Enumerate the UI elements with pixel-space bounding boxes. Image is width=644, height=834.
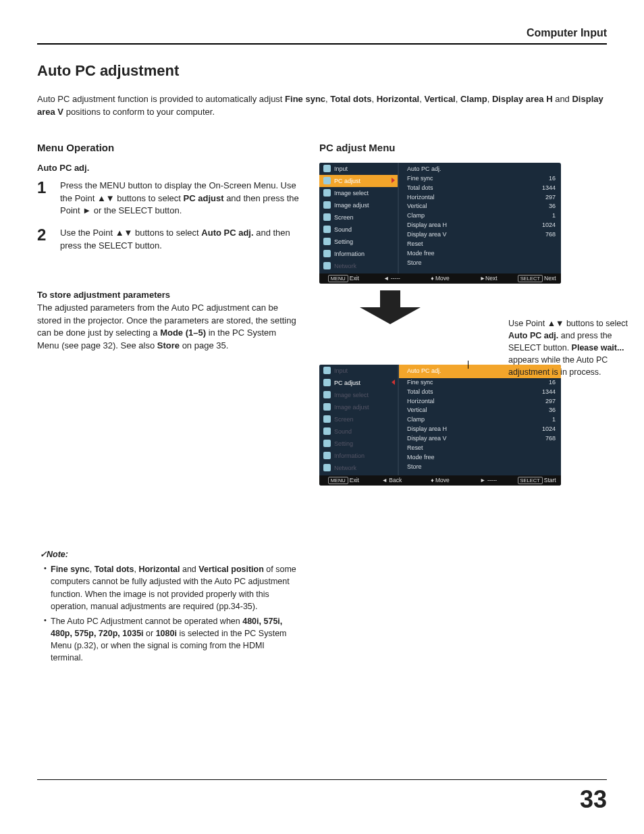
step-2: 2 Use the Point ▲▼ buttons to select Aut…: [37, 227, 299, 253]
osd-side-item: Input: [319, 163, 398, 175]
osd-side-item: Screen: [319, 413, 398, 425]
osd-row-key: Display area H: [407, 425, 447, 434]
osd-row: Mode free: [407, 249, 556, 259]
osd-side-item: Input: [319, 365, 398, 377]
osd-row-value: 297: [545, 397, 556, 407]
osd-row-value: 768: [545, 434, 556, 444]
osd-side-label: Sound: [334, 428, 352, 435]
osd-side-item: Information: [319, 450, 398, 462]
menu-icon: [323, 201, 331, 209]
osd-footer: MENUExit ◄ Back ♦ Move ► ----- SELECTSta…: [319, 475, 561, 486]
osd-side-label: Image adjust: [334, 202, 369, 209]
osd-row-value: 36: [549, 406, 556, 415]
osd-row: Clamp1: [407, 415, 556, 425]
osd-side-item: Network: [319, 260, 398, 272]
osd-side-item: PC adjust: [319, 175, 398, 187]
step-body: Press the MENU button to display the On-…: [60, 180, 299, 218]
osd-row-value: 1: [552, 211, 556, 221]
osd-row-key: Clamp: [407, 415, 425, 425]
osd-row-key: Fine sync: [407, 378, 433, 388]
osd-row-value: 1: [552, 415, 556, 425]
menu-icon: [323, 367, 331, 374]
arrow-down-icon: [360, 290, 421, 324]
menu-icon: [323, 440, 331, 447]
osd-side-label: Setting: [334, 440, 353, 447]
osd-side-item: PC adjust: [319, 377, 398, 389]
menu-icon: [323, 226, 331, 233]
osd-side-label: Setting: [334, 238, 353, 245]
osd-row: Fine sync16: [407, 174, 556, 184]
osd-row: Horizontal297: [407, 193, 556, 203]
pointer-line: [468, 361, 468, 369]
osd-row: Store: [407, 463, 556, 472]
menu-icon: [323, 250, 331, 257]
osd-side-label: PC adjust: [334, 380, 360, 386]
svg-marker-0: [360, 290, 421, 324]
menu-icon: [323, 177, 331, 184]
osd-side-item: Image adjust: [319, 199, 398, 211]
menu-icon: [323, 213, 331, 221]
osd-row-key: Total dots: [407, 184, 433, 193]
osd-menu-2: InputPC adjustImage selectImage adjustSc…: [319, 365, 561, 486]
osd-side-label: Image adjust: [334, 404, 369, 411]
menu-icon: [323, 452, 331, 459]
osd-row-key: Vertical: [407, 202, 427, 211]
osd-row-value: 768: [545, 230, 556, 240]
osd-menu-1: InputPC adjustImage selectImage adjustSc…: [319, 163, 561, 284]
osd-row-key: Mode free: [407, 453, 435, 463]
osd-row: Fine sync16: [407, 378, 556, 388]
osd-row-key: Vertical: [407, 406, 427, 415]
intro-paragraph: Auto PC adjustment function is provided …: [37, 93, 607, 119]
osd-row: Reset: [407, 444, 556, 453]
osd-row-value: 16: [549, 378, 556, 388]
step-body: Use the Point ▲▼ buttons to select Auto …: [60, 227, 299, 253]
osd-row-key: Clamp: [407, 211, 425, 221]
menu-icon: [323, 238, 331, 245]
osd-side-label: Information: [334, 251, 365, 257]
osd-row-value: 1344: [542, 184, 556, 193]
page-number: 33: [580, 785, 607, 814]
osd-side-label: Screen: [334, 214, 354, 221]
osd-row-value: 297: [545, 193, 556, 203]
osd-row-key: Horizontal: [407, 397, 435, 407]
osd-row-value: 36: [549, 202, 556, 211]
step-1: 1 Press the MENU button to display the O…: [37, 180, 299, 218]
menu-icon: [323, 464, 331, 471]
osd-row: Reset: [407, 240, 556, 249]
osd-row-key: Display area V: [407, 230, 447, 240]
osd-row-value: 1344: [542, 388, 556, 397]
osd-row: Vertical36: [407, 406, 556, 415]
osd-side-item: Setting: [319, 236, 398, 248]
note-item: Fine sync, Total dots, Horizontal and Ve…: [44, 563, 299, 613]
menu-icon: [323, 427, 331, 435]
osd-side-item: Setting: [319, 438, 398, 450]
osd-row: Display area V768: [407, 230, 556, 240]
menu-operation-heading: Menu Operation: [37, 142, 299, 153]
pc-adjust-menu-heading: PC adjust Menu: [319, 142, 607, 153]
menu-icon: [323, 165, 331, 172]
step-number: 2: [37, 227, 52, 253]
osd-row-key: Reset: [407, 444, 423, 453]
osd-row-key: Horizontal: [407, 193, 435, 203]
osd-row-value: 1024: [542, 425, 556, 434]
instruction-text: Use Point ▲▼ buttons to select Auto PC a…: [508, 317, 643, 379]
osd-row-key: Total dots: [407, 388, 433, 397]
note-label: ✓Note:: [40, 550, 68, 559]
osd-row: Auto PC adj.: [407, 165, 556, 174]
step-number: 1: [37, 180, 52, 218]
osd-row-value: 1024: [542, 221, 556, 230]
osd-row: Display area H1024: [407, 221, 556, 230]
osd-footer: MENUExit ◄ ----- ♦ Move ►Next SELECTNext: [319, 273, 561, 284]
osd-row: Mode free: [407, 453, 556, 463]
osd-side-item: Screen: [319, 211, 398, 224]
osd-row-key: Auto PC adj.: [407, 165, 441, 174]
osd-side-label: Information: [334, 452, 365, 459]
osd-row-key: Mode free: [407, 249, 435, 259]
osd-row-key: Store: [407, 463, 422, 472]
footer-rule: [37, 779, 607, 780]
note-block: ✓Note: Fine sync, Total dots, Horizontal…: [37, 548, 299, 664]
auto-pc-adj-subheading: Auto PC adj.: [37, 163, 299, 173]
osd-row: Total dots1344: [407, 184, 556, 193]
menu-icon: [323, 189, 331, 197]
store-title: To store adjustment parameters: [37, 289, 299, 302]
